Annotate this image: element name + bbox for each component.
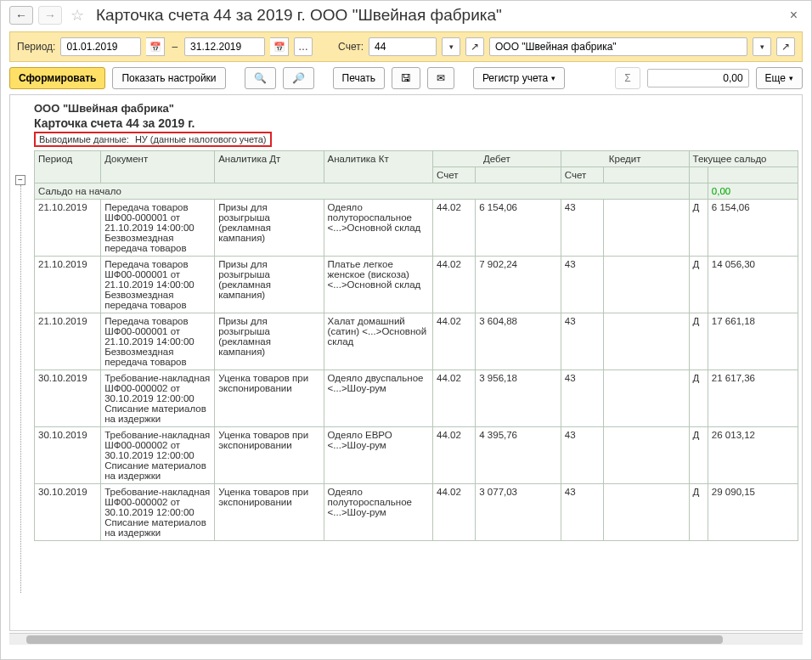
cell-bal-dc: Д bbox=[689, 200, 708, 257]
horizontal-scrollbar[interactable] bbox=[9, 633, 803, 645]
cell-d-acct: 44.02 bbox=[433, 484, 476, 541]
sigma-icon: Σ bbox=[624, 72, 630, 84]
scrollbar-thumb[interactable] bbox=[26, 635, 723, 644]
cell-an-kt: Платье легкое женское (вискоза) <...>Осн… bbox=[324, 257, 432, 313]
output-data-value: НУ (данные налогового учета) bbox=[135, 134, 267, 144]
date-from-calendar-icon[interactable]: 📅 bbox=[146, 37, 165, 56]
find-button[interactable]: 🔍 bbox=[245, 67, 276, 89]
period-label: Период: bbox=[17, 41, 55, 53]
cell-an-kt: Одеяло двуспальное <...>Шоу-рум bbox=[324, 370, 432, 427]
cell-an-kt: Халат домашний (сатин) <...>Основной скл… bbox=[324, 313, 432, 370]
collapse-toggle-icon[interactable]: − bbox=[15, 175, 25, 185]
th-period: Период bbox=[35, 151, 101, 183]
account-label: Счет: bbox=[338, 41, 364, 53]
cell-c-acct: 43 bbox=[561, 370, 603, 427]
table-row[interactable]: 30.10.2019Требование-накладная ШФ00-0000… bbox=[35, 370, 798, 427]
th-debit-acct: Счет bbox=[433, 167, 476, 183]
titlebar: ← → ☆ Карточка счета 44 за 2019 г. ООО "… bbox=[1, 1, 811, 30]
cell-bal: 21 617,36 bbox=[708, 370, 798, 427]
cell-c-amt bbox=[604, 257, 690, 313]
sum-value-input[interactable] bbox=[647, 69, 749, 87]
cell-an-kt: Одеяло полутороспальное <...>Шоу-рум bbox=[324, 484, 432, 541]
cell-c-amt bbox=[604, 484, 690, 541]
search-next-icon: 🔎 bbox=[292, 72, 305, 84]
cell-c-amt bbox=[604, 313, 690, 370]
mail-icon: ✉ bbox=[437, 72, 445, 84]
report-area: − ООО "Швейная фабрика" Карточка счета 4… bbox=[9, 94, 803, 631]
cell-c-amt bbox=[604, 200, 690, 257]
save-icon: 🖫 bbox=[401, 72, 411, 84]
account-open-button[interactable]: ↗ bbox=[465, 37, 484, 56]
close-button[interactable]: × bbox=[785, 8, 803, 23]
period-picker-button[interactable]: … bbox=[294, 37, 313, 56]
cell-bal-dc: Д bbox=[689, 370, 708, 427]
cell-an-dt: Уценка товаров при экспонировании bbox=[215, 370, 324, 427]
account-input[interactable] bbox=[369, 37, 437, 56]
email-button[interactable]: ✉ bbox=[427, 67, 454, 89]
cell-doc: Передача товаров ШФ00-000001 от 21.10.20… bbox=[101, 257, 215, 313]
cell-c-acct: 43 bbox=[561, 427, 603, 484]
opening-balance-row: Сальдо на начало 0,00 bbox=[35, 183, 798, 200]
cell-doc: Передача товаров ШФ00-000001 от 21.10.20… bbox=[101, 313, 215, 370]
cell-bal: 14 056,30 bbox=[708, 257, 798, 313]
filter-bar: Период: 📅 – 📅 … Счет: ↗ ↗ bbox=[9, 31, 803, 62]
th-an-dt: Аналитика Дт bbox=[215, 151, 324, 183]
cell-bal-dc: Д bbox=[689, 484, 708, 541]
account-dropdown-icon[interactable] bbox=[442, 37, 460, 56]
cell-an-dt: Уценка товаров при экспонировании bbox=[215, 427, 324, 484]
generate-button[interactable]: Сформировать bbox=[9, 67, 105, 89]
org-open-button[interactable]: ↗ bbox=[776, 37, 795, 56]
cell-bal: 29 090,15 bbox=[708, 484, 798, 541]
cell-an-dt: Призы для розыгрыша (рекламная кампания) bbox=[215, 200, 324, 257]
cell-bal-dc: Д bbox=[689, 313, 708, 370]
favorite-star-icon[interactable]: ☆ bbox=[70, 6, 84, 25]
date-to-calendar-icon[interactable]: 📅 bbox=[270, 37, 289, 56]
toolbar: Сформировать Показать настройки 🔍 🔎 Печа… bbox=[9, 67, 803, 89]
table-row[interactable]: 21.10.2019Передача товаров ШФ00-000001 о… bbox=[35, 257, 798, 313]
org-dropdown-icon[interactable] bbox=[753, 37, 771, 56]
cell-bal: 26 013,12 bbox=[708, 427, 798, 484]
print-button[interactable]: Печать bbox=[333, 67, 385, 89]
cell-date: 30.10.2019 bbox=[35, 370, 101, 427]
date-from-input[interactable] bbox=[60, 37, 141, 56]
table-row[interactable]: 30.10.2019Требование-накладная ШФ00-0000… bbox=[35, 427, 798, 484]
report-table: Период Документ Аналитика Дт Аналитика К… bbox=[34, 150, 798, 541]
cell-an-dt: Призы для розыгрыша (рекламная кампания) bbox=[215, 257, 324, 313]
register-button[interactable]: Регистр учета bbox=[473, 67, 565, 89]
table-row[interactable]: 30.10.2019Требование-накладная ШФ00-0000… bbox=[35, 484, 798, 541]
cell-c-acct: 43 bbox=[561, 313, 603, 370]
cell-d-amt: 3 077,03 bbox=[476, 484, 561, 541]
cell-d-amt: 4 395,76 bbox=[476, 427, 561, 484]
more-button[interactable]: Еще bbox=[756, 67, 803, 89]
nav-forward-button[interactable]: → bbox=[38, 6, 62, 25]
cell-date: 21.10.2019 bbox=[35, 313, 101, 370]
cell-d-amt: 7 902,24 bbox=[476, 257, 561, 313]
find-next-button[interactable]: 🔎 bbox=[283, 67, 314, 89]
show-settings-button[interactable]: Показать настройки bbox=[112, 67, 225, 89]
org-input[interactable] bbox=[489, 37, 747, 56]
cell-d-acct: 44.02 bbox=[433, 200, 476, 257]
nav-back-button[interactable]: ← bbox=[9, 6, 33, 25]
save-button[interactable]: 🖫 bbox=[392, 67, 420, 89]
th-document: Документ bbox=[101, 151, 215, 183]
output-data-label: Выводимые данные: bbox=[39, 134, 129, 144]
table-row[interactable]: 21.10.2019Передача товаров ШФ00-000001 о… bbox=[35, 313, 798, 370]
cell-doc: Требование-накладная ШФ00-000002 от 30.1… bbox=[101, 427, 215, 484]
cell-c-amt bbox=[604, 427, 690, 484]
th-an-kt: Аналитика Кт bbox=[324, 151, 432, 183]
table-row[interactable]: 21.10.2019Передача товаров ШФ00-000001 о… bbox=[35, 200, 798, 257]
opening-balance-label: Сальдо на начало bbox=[35, 183, 690, 200]
window-title: Карточка счета 44 за 2019 г. ООО "Швейна… bbox=[96, 6, 502, 25]
report-org: ООО "Швейная фабрика" bbox=[34, 102, 798, 115]
th-debit: Дебет bbox=[433, 151, 561, 167]
th-credit: Кредит bbox=[561, 151, 689, 167]
cell-doc: Требование-накладная ШФ00-000002 от 30.1… bbox=[101, 484, 215, 541]
cell-an-dt: Уценка товаров при экспонировании bbox=[215, 484, 324, 541]
date-to-input[interactable] bbox=[184, 37, 265, 56]
report-title: Карточка счета 44 за 2019 г. bbox=[34, 116, 798, 130]
sum-button[interactable]: Σ bbox=[615, 67, 640, 89]
th-balance: Текущее сальдо bbox=[689, 151, 798, 167]
cell-d-amt: 6 154,06 bbox=[476, 200, 561, 257]
cell-bal: 6 154,06 bbox=[708, 200, 798, 257]
cell-date: 21.10.2019 bbox=[35, 257, 101, 313]
